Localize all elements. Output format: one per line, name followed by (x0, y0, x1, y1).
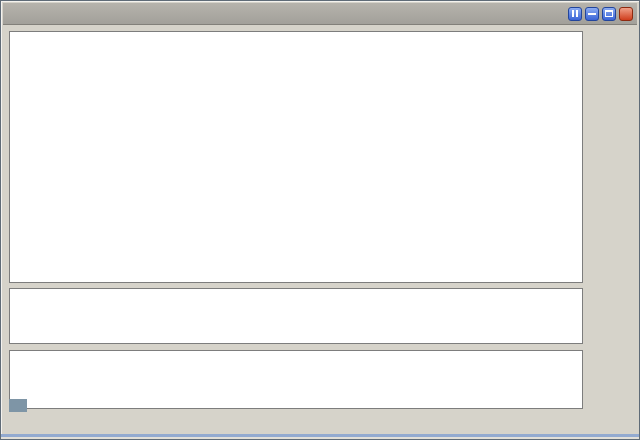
time-axis (1, 417, 640, 431)
window-buttons (568, 7, 633, 21)
title-bar[interactable] (3, 3, 637, 25)
price-axis (586, 31, 640, 291)
minimize-button[interactable] (585, 7, 599, 21)
price-chart-panel[interactable] (9, 31, 583, 283)
chart-window (0, 0, 640, 440)
close-button[interactable] (619, 7, 633, 21)
macd-panel[interactable] (9, 288, 583, 344)
minimize-icon (588, 13, 596, 15)
rsi-panel[interactable] (9, 350, 583, 409)
maximize-button[interactable] (602, 7, 616, 21)
pause-icon (572, 10, 574, 17)
pause-button[interactable] (568, 7, 582, 21)
month-label (9, 399, 27, 412)
maximize-icon (605, 10, 613, 17)
